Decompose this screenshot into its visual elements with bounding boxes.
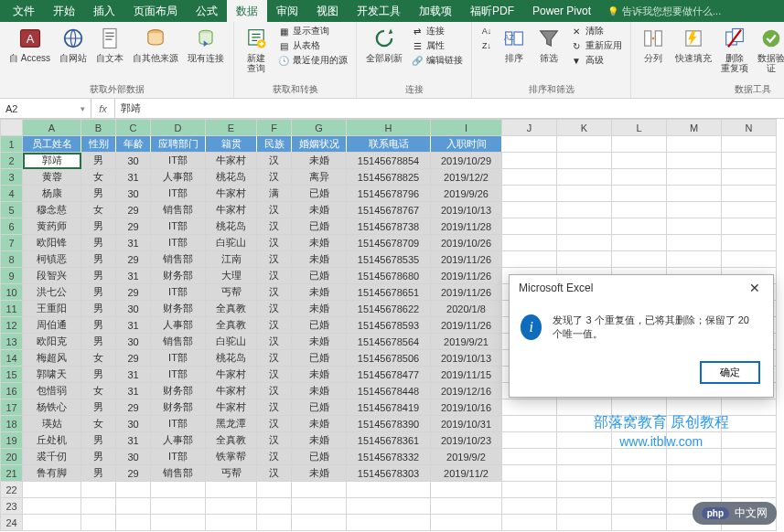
col-header-L[interactable]: L [612, 120, 667, 136]
cell[interactable]: 15145678593 [347, 317, 431, 334]
cell[interactable] [206, 482, 257, 498]
cell[interactable]: 15145678796 [347, 186, 431, 202]
row-header-2[interactable]: 2 [1, 153, 23, 169]
cell[interactable]: 30 [116, 153, 151, 169]
cell[interactable] [722, 399, 777, 416]
cell[interactable]: 销售部 [151, 202, 206, 218]
cell[interactable] [722, 449, 777, 465]
cell[interactable] [667, 449, 722, 465]
cell[interactable]: 男 [81, 153, 116, 169]
formula-input[interactable]: 郭靖 [115, 100, 784, 117]
row-header-4[interactable]: 4 [1, 186, 23, 202]
cell[interactable]: 汉 [257, 449, 292, 465]
cell[interactable]: 鲁有脚 [23, 465, 81, 482]
from-table-button[interactable]: ▤从表格 [274, 38, 350, 53]
cell[interactable]: 15145678303 [347, 465, 431, 482]
cell[interactable] [667, 169, 722, 186]
cell[interactable] [612, 465, 667, 482]
cell[interactable]: 已婚 [292, 268, 347, 284]
cell[interactable]: 周伯通 [23, 317, 81, 334]
select-all-corner[interactable] [1, 120, 23, 136]
cell[interactable]: 洪七公 [23, 284, 81, 301]
cell[interactable]: 汉 [257, 432, 292, 449]
cell[interactable] [557, 251, 612, 268]
cell[interactable]: 人事部 [151, 169, 206, 186]
cell[interactable] [81, 482, 116, 498]
cell[interactable] [502, 136, 557, 153]
cell[interactable]: 汉 [257, 334, 292, 350]
cell[interactable]: 15145678622 [347, 301, 431, 317]
cell[interactable]: 牛家村 [206, 383, 257, 399]
cell[interactable] [502, 251, 557, 268]
col-header-M[interactable]: M [667, 120, 722, 136]
cell[interactable]: 江南 [206, 251, 257, 268]
cell[interactable]: 汉 [257, 416, 292, 432]
cell[interactable]: 汉 [257, 465, 292, 482]
col-header-H[interactable]: H [347, 120, 431, 136]
cell[interactable]: 已婚 [292, 186, 347, 202]
reapply-button[interactable]: ↻重新应用 [567, 38, 625, 53]
cell[interactable] [612, 498, 667, 515]
row-header-17[interactable]: 17 [1, 399, 23, 416]
flash-fill-button[interactable]: 快速填充 [671, 24, 715, 65]
row-header-22[interactable]: 22 [1, 482, 23, 498]
cell[interactable] [667, 186, 722, 202]
cell[interactable]: 人事部 [151, 317, 206, 334]
cell[interactable]: 男 [81, 251, 116, 268]
cell[interactable]: 15145678651 [347, 284, 431, 301]
cell[interactable] [667, 218, 722, 235]
cell[interactable]: IT部 [151, 235, 206, 251]
cell[interactable] [502, 449, 557, 465]
cell[interactable]: 汉 [257, 251, 292, 268]
table-header[interactable]: 联系电话 [347, 136, 431, 153]
cell[interactable]: 未婚 [292, 416, 347, 432]
cell[interactable]: 销售部 [151, 334, 206, 350]
cell[interactable] [502, 498, 557, 515]
existing-conn-button[interactable]: 现有连接 [184, 24, 228, 65]
cell[interactable] [292, 498, 347, 515]
row-header-13[interactable]: 13 [1, 334, 23, 350]
tab-powerpivot[interactable]: Power Pivot [523, 1, 600, 21]
cell[interactable] [722, 465, 777, 482]
refresh-all-button[interactable]: 全部刷新 [362, 24, 406, 65]
cell[interactable]: 男 [81, 317, 116, 334]
cell[interactable]: 黄药师 [23, 218, 81, 235]
row-header-5[interactable]: 5 [1, 202, 23, 218]
cell[interactable]: 2019/11/28 [431, 218, 502, 235]
row-header-20[interactable]: 20 [1, 449, 23, 465]
cell[interactable] [557, 465, 612, 482]
cell[interactable]: IT部 [151, 186, 206, 202]
cell[interactable]: 15145678738 [347, 218, 431, 235]
cell[interactable]: 15145678709 [347, 235, 431, 251]
cell[interactable] [502, 169, 557, 186]
cell[interactable] [612, 153, 667, 169]
cell[interactable]: 2019/9/2 [431, 449, 502, 465]
tab-formulas[interactable]: 公式 [187, 0, 227, 23]
cell[interactable]: 男 [81, 218, 116, 235]
cell[interactable]: 销售部 [151, 465, 206, 482]
cell[interactable]: 29 [116, 251, 151, 268]
cell[interactable]: 29 [116, 399, 151, 416]
cell[interactable]: 2019/10/31 [431, 416, 502, 432]
cell[interactable]: 2019/9/21 [431, 334, 502, 350]
cell[interactable]: 汉 [257, 399, 292, 416]
cell[interactable] [23, 515, 81, 531]
fx-button[interactable]: fx [91, 99, 115, 118]
col-header-N[interactable]: N [722, 120, 777, 136]
cell[interactable] [722, 169, 777, 186]
cell[interactable]: 财务部 [151, 301, 206, 317]
cell[interactable]: 31 [116, 317, 151, 334]
cell[interactable]: 包惜弱 [23, 383, 81, 399]
row-header-23[interactable]: 23 [1, 498, 23, 515]
cell[interactable]: 财务部 [151, 399, 206, 416]
cell[interactable]: IT部 [151, 218, 206, 235]
cell[interactable]: 未婚 [292, 301, 347, 317]
cell[interactable] [557, 218, 612, 235]
cell[interactable]: 桃花岛 [206, 169, 257, 186]
cell[interactable]: 男 [81, 186, 116, 202]
cell[interactable]: 汉 [257, 235, 292, 251]
cell[interactable] [502, 515, 557, 531]
cell[interactable] [667, 465, 722, 482]
cell[interactable]: 全真教 [206, 317, 257, 334]
cell[interactable] [722, 186, 777, 202]
